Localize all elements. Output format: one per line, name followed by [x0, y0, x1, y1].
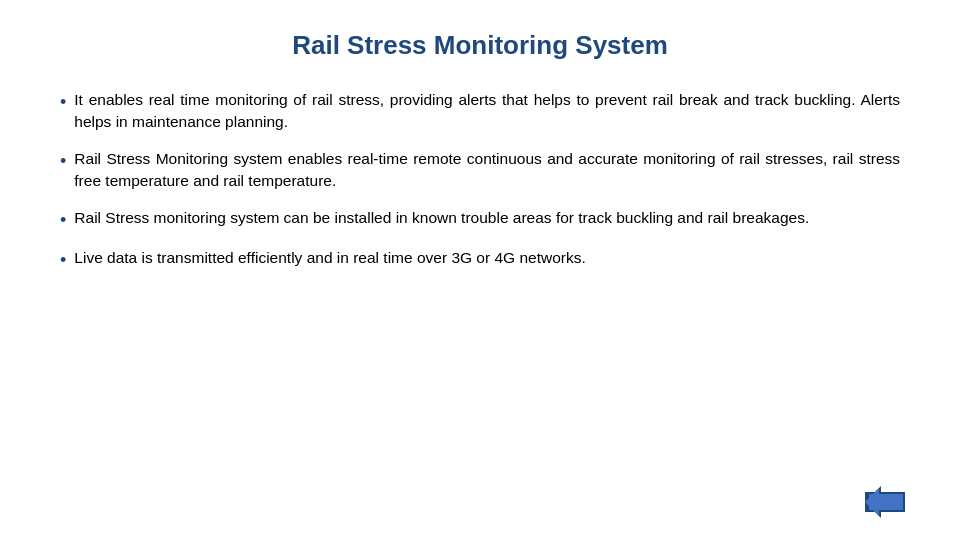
bullet-item-1: • It enables real time monitoring of rai…: [60, 89, 900, 134]
bullet-text-4: Live data is transmitted efficiently and…: [74, 247, 585, 269]
bullet-dot-3: •: [60, 208, 66, 233]
bullet-item-2: • Rail Stress Monitoring system enables …: [60, 148, 900, 193]
bullet-item-4: • Live data is transmitted efficiently a…: [60, 247, 900, 273]
bullet-text-3: Rail Stress monitoring system can be ins…: [74, 207, 809, 229]
slide-title: Rail Stress Monitoring System: [60, 30, 900, 61]
slide-container: Rail Stress Monitoring System • It enabl…: [0, 0, 960, 540]
bullet-text-1: It enables real time monitoring of rail …: [74, 89, 900, 134]
bullet-dot-2: •: [60, 149, 66, 174]
bullet-item-3: • Rail Stress monitoring system can be i…: [60, 207, 900, 233]
bullet-text-2: Rail Stress Monitoring system enables re…: [74, 148, 900, 193]
content-area: • It enables real time monitoring of rai…: [60, 89, 900, 510]
back-arrow-button[interactable]: [865, 486, 905, 518]
bullet-dot-4: •: [60, 248, 66, 273]
bullet-dot-1: •: [60, 90, 66, 115]
